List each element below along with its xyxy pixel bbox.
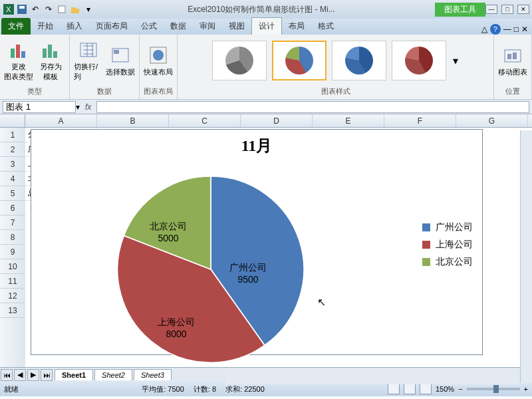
chart-legend[interactable]: 广州公司 上海公司 北京公司: [422, 216, 473, 273]
name-box[interactable]: [3, 101, 76, 113]
doc-max-icon[interactable]: □: [514, 25, 519, 34]
row-3[interactable]: 3: [0, 157, 25, 172]
close-button[interactable]: ✕: [517, 5, 529, 14]
view-pagelayout-button[interactable]: [404, 384, 416, 394]
ribbon-min-icon[interactable]: △: [481, 25, 487, 34]
chart-title[interactable]: 11月: [31, 135, 482, 156]
group-styles-label: 图表样式: [321, 85, 350, 98]
row-4[interactable]: 4: [0, 172, 25, 186]
row-6[interactable]: 6: [0, 201, 25, 215]
chart-style-2[interactable]: [272, 41, 327, 80]
view-normal-button[interactable]: [388, 384, 400, 394]
col-D[interactable]: D: [241, 114, 313, 127]
chart-style-3[interactable]: [332, 41, 386, 80]
sheet-nav-prev[interactable]: ◀: [14, 369, 26, 381]
group-type-label: 类型: [27, 85, 42, 98]
row-7[interactable]: 7: [0, 215, 25, 230]
fx-icon[interactable]: fx: [80, 102, 96, 112]
row-10[interactable]: 10: [0, 259, 25, 274]
excel-icon[interactable]: X: [3, 3, 15, 15]
undo-icon[interactable]: ↶: [29, 3, 41, 15]
row-1[interactable]: 1: [0, 128, 25, 142]
legend-item[interactable]: 广州公司: [422, 221, 473, 233]
select-all-corner[interactable]: [0, 114, 25, 127]
tab-data[interactable]: 数据: [164, 18, 193, 35]
group-data-label: 数据: [97, 85, 112, 98]
formula-bar[interactable]: [96, 101, 529, 113]
doc-min-icon[interactable]: —: [503, 25, 511, 34]
chart-style-1[interactable]: [212, 41, 267, 80]
row-8[interactable]: 8: [0, 230, 25, 245]
zoom-slider[interactable]: [467, 388, 520, 390]
svg-rect-9: [48, 45, 52, 58]
minimize-button[interactable]: —: [485, 5, 497, 14]
sheet-nav-first[interactable]: ⏮: [1, 369, 13, 381]
legend-item[interactable]: 上海公司: [422, 239, 473, 251]
switch-row-col-button[interactable]: 切换行/列: [74, 37, 103, 84]
zoom-out-button[interactable]: −: [458, 385, 462, 393]
new-icon[interactable]: [56, 3, 68, 15]
tab-insert[interactable]: 插入: [60, 18, 89, 35]
legend-item[interactable]: 北京公司: [422, 256, 473, 268]
label-shanghai: 上海公司8000: [158, 316, 195, 340]
row-2[interactable]: 2: [0, 142, 25, 157]
col-A[interactable]: A: [25, 114, 97, 127]
select-data-button[interactable]: 选择数据: [106, 37, 135, 84]
col-F[interactable]: F: [384, 114, 456, 127]
open-icon[interactable]: [69, 3, 81, 15]
help-icon[interactable]: ?: [490, 24, 501, 35]
sheet-nav-last[interactable]: ⏭: [41, 369, 53, 381]
row-9[interactable]: 9: [0, 245, 25, 259]
window-title: Excel2010如何制作简单扇形统计图 - Mi...: [94, 4, 428, 15]
legend-swatch: [422, 223, 430, 231]
col-E[interactable]: E: [313, 114, 384, 127]
move-chart-button[interactable]: 移动图表: [498, 37, 527, 84]
svg-rect-17: [507, 54, 511, 59]
row-5[interactable]: 5: [0, 186, 25, 201]
tab-pagelayout[interactable]: 页面布局: [89, 18, 134, 35]
tab-review[interactable]: 审阅: [193, 18, 222, 35]
status-avg: 平均值: 7500: [142, 384, 184, 394]
row-11[interactable]: 11: [0, 274, 25, 289]
quick-layout-button[interactable]: 快速布局: [144, 37, 173, 84]
group-pos-label: 位置: [505, 85, 520, 98]
zoom-in-button[interactable]: +: [524, 385, 528, 393]
tab-formulas[interactable]: 公式: [134, 18, 164, 35]
tab-design[interactable]: 设计: [251, 17, 282, 35]
label-beijing: 北京公司5000: [150, 220, 187, 244]
col-G[interactable]: G: [456, 114, 528, 127]
redo-icon[interactable]: ↷: [43, 3, 55, 15]
tab-format[interactable]: 格式: [311, 18, 340, 35]
chart-object[interactable]: 11月 广州公司9500 上海公司8000 北京公司5000 ↖ 广州公司 上海…: [31, 129, 483, 355]
tab-home[interactable]: 开始: [31, 18, 60, 35]
sheet-tab-1[interactable]: Sheet1: [55, 369, 93, 380]
sheet-nav-next[interactable]: ▶: [27, 369, 39, 381]
sheet-tab-3[interactable]: Sheet3: [134, 369, 172, 380]
row-12[interactable]: 12: [0, 289, 25, 303]
maximize-button[interactable]: □: [501, 5, 513, 14]
pie-chart[interactable]: [118, 176, 304, 362]
tab-file[interactable]: 文件: [1, 18, 31, 35]
tab-view[interactable]: 视图: [222, 18, 251, 35]
col-B[interactable]: B: [97, 114, 169, 127]
change-chart-type-button[interactable]: 更改 图表类型: [4, 37, 33, 84]
save-icon[interactable]: [16, 3, 28, 15]
legend-swatch: [422, 258, 430, 266]
doc-close-icon[interactable]: ✕: [521, 25, 528, 34]
tab-layout[interactable]: 布局: [282, 18, 311, 35]
view-pagebreak-button[interactable]: [420, 384, 432, 394]
sheet-tab-2[interactable]: Sheet2: [94, 369, 132, 380]
chart-tools-tab: 图表工具: [435, 3, 485, 17]
row-13[interactable]: 13: [0, 303, 25, 318]
zoom-level[interactable]: 150%: [436, 385, 454, 393]
status-ready: 就绪: [4, 384, 19, 394]
vertical-scrollbar[interactable]: [520, 130, 532, 383]
svg-rect-8: [43, 49, 47, 58]
qat-dropdown-icon[interactable]: ▾: [82, 3, 94, 15]
col-C[interactable]: C: [169, 114, 241, 127]
chart-style-4[interactable]: [392, 41, 446, 80]
styles-more-icon[interactable]: ▾: [450, 52, 461, 70]
save-as-template-button[interactable]: 另存为 模板: [36, 37, 65, 84]
horizontal-scrollbar[interactable]: [226, 372, 519, 384]
svg-point-15: [153, 50, 164, 61]
